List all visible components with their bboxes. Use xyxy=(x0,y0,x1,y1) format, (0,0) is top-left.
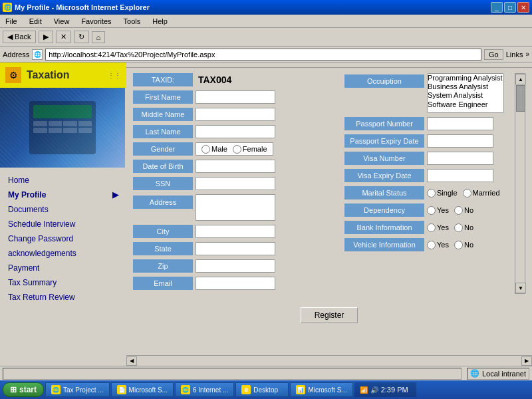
occupation-option-3[interactable]: Software Engineer xyxy=(428,100,503,109)
occupation-option-0[interactable]: Programming Analysist xyxy=(428,74,503,82)
main-content: TAXID: TAX004 First Name Middle Name xyxy=(126,68,532,355)
occupation-option-1[interactable]: Business Analysist xyxy=(428,82,503,91)
menu-tools[interactable]: Tools xyxy=(121,17,144,26)
taskbar-btn-1[interactable]: 📄 Microsoft S... xyxy=(111,382,174,397)
lastname-row: Last Name xyxy=(133,125,334,138)
register-button[interactable]: Register xyxy=(301,307,358,323)
state-input[interactable] xyxy=(196,242,275,255)
start-label: start xyxy=(19,385,37,394)
horizontal-scrollbar[interactable]: ◀ ▶ xyxy=(126,355,532,366)
state-label: State xyxy=(133,242,193,255)
firstname-input[interactable] xyxy=(196,90,275,104)
start-button[interactable]: ⊞ start xyxy=(3,382,44,397)
taskbar-btn-0[interactable]: 🌐 Tax Project ... xyxy=(45,382,110,397)
sidebar-item-payment-label: Payment xyxy=(8,263,39,273)
vertical-scrollbar[interactable]: ▲ ▼ xyxy=(515,73,525,294)
menu-favorites[interactable]: Favorites xyxy=(78,17,114,26)
marital-single-radio[interactable] xyxy=(427,189,436,198)
address-input[interactable] xyxy=(196,194,275,221)
refresh-button[interactable]: ↻ xyxy=(74,31,89,43)
gender-label: Gender xyxy=(133,142,193,156)
scroll-up-button[interactable]: ▲ xyxy=(515,74,526,84)
links-button[interactable]: Links xyxy=(506,51,523,59)
sidebar-item-changepassword[interactable]: Change Password xyxy=(0,231,126,246)
sidebar-item-myprofile[interactable]: My Profile ▶ xyxy=(0,188,126,202)
scroll-right-button[interactable]: ▶ xyxy=(521,356,532,366)
sidebar-item-documents[interactable]: Documents xyxy=(0,202,126,217)
scroll-down-button[interactable]: ▼ xyxy=(515,283,526,293)
bank-yes-option[interactable]: Yes xyxy=(427,223,449,232)
dependency-yes-option[interactable]: Yes xyxy=(427,206,449,215)
dob-input[interactable] xyxy=(196,160,275,173)
sidebar-title: Taxation xyxy=(27,69,70,81)
bank-no-option[interactable]: No xyxy=(454,223,473,232)
taskbar-btn-2[interactable]: 🌐 6 Internet ... xyxy=(175,382,234,397)
vehicle-yes-radio[interactable] xyxy=(427,241,436,249)
scroll-thumb[interactable] xyxy=(516,85,525,112)
dob-label: Date of Birth xyxy=(133,160,193,173)
city-input[interactable] xyxy=(196,225,275,238)
passport-expiry-input[interactable] xyxy=(427,134,493,148)
sidebar-item-home[interactable]: Home xyxy=(0,173,126,188)
scroll-left-button[interactable]: ◀ xyxy=(126,356,137,366)
menu-edit[interactable]: Edit xyxy=(27,17,45,26)
vehicle-no-option[interactable]: No xyxy=(454,241,473,249)
marital-single-option[interactable]: Single xyxy=(427,189,458,198)
vehicle-yes-option[interactable]: Yes xyxy=(427,241,449,249)
dependency-yes-radio[interactable] xyxy=(427,206,436,215)
menu-file[interactable]: File xyxy=(3,17,20,26)
zip-input[interactable] xyxy=(196,259,275,273)
occupation-label: Occuiption xyxy=(344,74,424,88)
lastname-input[interactable] xyxy=(196,125,275,138)
gender-female-radio[interactable] xyxy=(233,145,241,154)
maximize-button[interactable]: □ xyxy=(504,2,516,13)
occupation-option-2[interactable]: System Analysist xyxy=(428,91,503,100)
gender-female-option[interactable]: Female xyxy=(233,145,267,154)
sidebar-item-taxreturn[interactable]: Tax Return Review xyxy=(0,290,126,305)
sidebar-item-taxsummary[interactable]: Tax Summary xyxy=(0,275,126,290)
start-icon: ⊞ xyxy=(10,385,17,394)
taskbar-label-2: 6 Internet ... xyxy=(193,386,228,394)
sidebar-item-payment[interactable]: Payment xyxy=(0,261,126,275)
forward-button[interactable]: ▶ xyxy=(39,31,53,43)
bank-yes-radio[interactable] xyxy=(427,223,436,232)
toolbar: ◀ Back ▶ ✕ ↻ ⌂ xyxy=(0,28,532,47)
marital-married-radio[interactable] xyxy=(463,189,471,198)
sidebar-item-acknowledgements[interactable]: acknowledgements xyxy=(0,246,126,261)
firstname-label: First Name xyxy=(133,90,193,104)
sidebar-item-changepassword-label: Change Password xyxy=(8,234,73,243)
bank-info-label: Bank Information xyxy=(344,221,424,234)
dependency-no-option[interactable]: No xyxy=(454,206,473,215)
links-arrow[interactable]: » xyxy=(525,51,529,58)
visa-expiry-input[interactable] xyxy=(427,169,493,182)
passport-number-input[interactable] xyxy=(427,117,493,130)
address-input[interactable] xyxy=(45,49,481,61)
back-button[interactable]: ◀ Back xyxy=(3,31,36,43)
sidebar-item-schedule[interactable]: Schedule Interview xyxy=(0,217,126,231)
middlename-input[interactable] xyxy=(196,108,275,121)
vehicle-no-radio[interactable] xyxy=(454,241,463,249)
ssn-input[interactable] xyxy=(196,177,275,190)
passport-number-row: Passport Number xyxy=(344,117,504,130)
go-button[interactable]: Go xyxy=(484,49,503,60)
menu-view[interactable]: View xyxy=(51,17,72,26)
marital-married-option[interactable]: Marrried xyxy=(463,189,500,198)
home-button[interactable]: ⌂ xyxy=(92,31,106,43)
gender-male-option[interactable]: Male xyxy=(201,145,227,154)
sidebar-handle: ⋮⋮ xyxy=(108,72,121,79)
taskbar-btn-3[interactable]: 🖥 Desktop xyxy=(235,382,289,397)
gender-male-radio[interactable] xyxy=(201,145,210,154)
minimize-button[interactable]: _ xyxy=(491,2,503,13)
dob-row: Date of Birth xyxy=(133,160,334,173)
visa-number-input[interactable] xyxy=(427,152,493,165)
bank-no-radio[interactable] xyxy=(454,223,463,232)
dependency-no-radio[interactable] xyxy=(454,206,463,215)
marital-group: Single Marrried xyxy=(427,189,500,198)
system-tray: 📶 🔊 2:39 PM xyxy=(354,382,416,397)
taskbar-btn-4[interactable]: 📊 Microsoft S... xyxy=(290,382,352,397)
menu-help[interactable]: Help xyxy=(150,17,170,26)
email-input[interactable] xyxy=(196,277,275,290)
occupation-select[interactable]: Programming Analysist Business Analysist… xyxy=(427,73,504,113)
close-button[interactable]: ✕ xyxy=(517,2,529,13)
stop-button[interactable]: ✕ xyxy=(56,31,71,43)
